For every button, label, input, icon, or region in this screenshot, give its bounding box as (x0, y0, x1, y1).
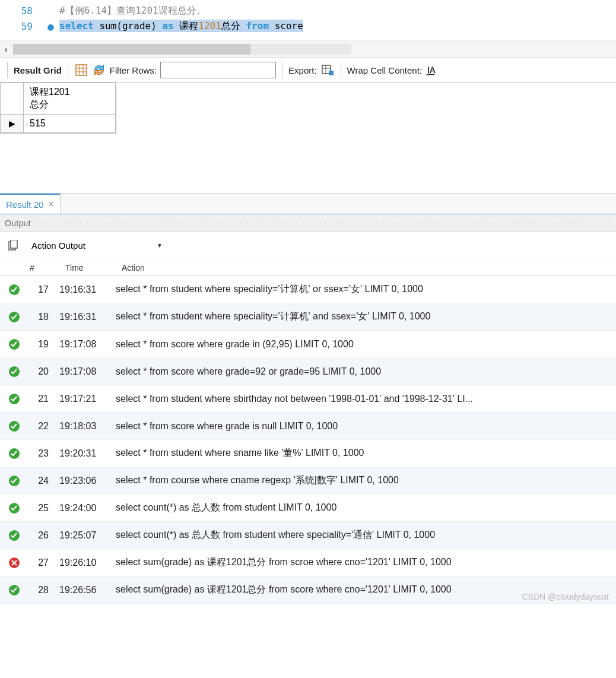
wrap-cell-icon[interactable]: I̲A̲ (426, 63, 440, 77)
log-num: 21 (24, 394, 59, 404)
log-action: select * from student where sname like '… (116, 447, 616, 460)
result-grid-label: Result Grid (14, 65, 62, 75)
log-action: select * from score where grade=92 or gr… (116, 366, 616, 377)
success-icon (5, 420, 24, 432)
result-toolbar: Result Grid Filter Rows: Export: Wrap Ce… (0, 58, 616, 83)
result-cell[interactable]: 515 (24, 115, 116, 134)
tab-label: Result 20 (6, 199, 43, 210)
svg-text:I̲A̲: I̲A̲ (426, 65, 436, 75)
log-action: select * from score where grade is null … (116, 421, 616, 432)
log-action: select count(*) as 总人数 from student LIMI… (116, 502, 616, 514)
error-icon (5, 557, 24, 569)
filter-rows-label: Filter Rows: (110, 65, 157, 75)
export-label: Export: (288, 65, 317, 75)
output-panel-header: Output · · · · · · · · · · · · · · · · ·… (0, 214, 616, 232)
success-icon (5, 448, 24, 460)
log-time: 19:24:00 (59, 503, 116, 514)
watermark: CSDN @cloudydayscat (522, 592, 609, 601)
log-num: 17 (24, 284, 59, 295)
log-time: 19:26:56 (59, 585, 116, 595)
filter-rows-input[interactable] (160, 62, 276, 78)
log-row[interactable]: 1819:16:31select * from student where sp… (0, 303, 616, 331)
editor-scrollbar[interactable]: ‹ (0, 40, 616, 58)
row-handle[interactable]: ▶ (0, 115, 24, 134)
code-text[interactable]: select sum(grade) as 课程1201总分 from score (59, 20, 616, 33)
tab-result[interactable]: Result 20 × (0, 194, 61, 214)
log-time: 19:20:31 (59, 448, 116, 459)
result-grid[interactable]: 课程1201 总分 ▶ 515 (0, 83, 116, 134)
result-tabs: Result 20 × (0, 193, 616, 214)
log-num: 28 (24, 585, 59, 595)
copy-icon[interactable] (6, 239, 20, 253)
log-num: 19 (24, 339, 59, 350)
log-row[interactable]: 2319:20:31select * from student where sn… (0, 440, 616, 467)
wrap-label: Wrap Cell Content: (347, 65, 422, 75)
sql-editor[interactable]: 58#【例6.14】查询1201课程总分。59●select sum(grade… (0, 0, 616, 40)
close-icon[interactable]: × (48, 199, 53, 210)
log-time: 19:18:03 (59, 421, 116, 432)
success-icon (5, 475, 24, 487)
log-num: 23 (24, 448, 59, 459)
log-row[interactable]: 2019:17:08select * from score where grad… (0, 358, 616, 385)
col-num: # (30, 263, 65, 273)
success-icon (5, 530, 24, 541)
log-num: 27 (24, 557, 59, 568)
log-num: 25 (24, 503, 59, 514)
log-time: 19:17:08 (59, 339, 116, 350)
line-number: 58 (0, 5, 47, 17)
success-icon (5, 338, 24, 350)
log-row[interactable]: 2119:17:21select * from student where sb… (0, 385, 616, 413)
column-header[interactable]: 课程1201 总分 (24, 83, 116, 115)
breakpoint-dot[interactable]: ● (47, 20, 59, 33)
scroll-track[interactable] (13, 44, 351, 55)
output-type-label: Action Output (31, 240, 85, 251)
refresh-icon[interactable] (92, 63, 106, 77)
log-action: select sum(grade) as 课程1201总分 from scroe… (116, 556, 616, 569)
code-line[interactable]: 59●select sum(grade) as 课程1201总分 from sc… (0, 18, 616, 34)
log-row[interactable]: 2219:18:03select * from score where grad… (0, 413, 616, 440)
log-action: select count(*) as 总人数 from student wher… (116, 529, 616, 541)
log-num: 22 (24, 421, 59, 432)
log-row[interactable]: 2719:26:10select sum(grade) as 课程1201总分 … (0, 549, 616, 576)
svg-rect-11 (11, 240, 17, 248)
code-line[interactable]: 58#【例6.14】查询1201课程总分。 (0, 3, 616, 18)
success-icon (5, 502, 24, 514)
grid-view-icon[interactable] (74, 63, 88, 77)
svg-rect-0 (76, 65, 87, 75)
log-action: select * from course where cname regexp … (116, 474, 616, 487)
chevron-down-icon: ▼ (157, 242, 163, 249)
log-num: 26 (24, 530, 59, 541)
success-icon (5, 311, 24, 323)
scroll-left-arrow[interactable]: ‹ (0, 40, 12, 58)
log-num: 20 (24, 366, 59, 377)
output-title: Output (5, 218, 31, 228)
log-row[interactable]: 2519:24:00select count(*) as 总人数 from st… (0, 495, 616, 522)
success-icon (5, 284, 24, 296)
log-row[interactable]: 1719:16:31select * from student where sp… (0, 276, 616, 303)
log-row[interactable]: 2619:25:07select count(*) as 总人数 from st… (0, 522, 616, 549)
scroll-thumb[interactable] (13, 44, 250, 55)
col-time: Time (65, 263, 122, 273)
log-header: # Time Action (0, 259, 616, 276)
col-action: Action (122, 263, 616, 273)
log-row[interactable]: 1919:17:08select * from score where grad… (0, 331, 616, 358)
export-icon[interactable] (320, 63, 335, 77)
log-row[interactable]: 2419:23:06select * from course where cna… (0, 467, 616, 495)
result-blank-area (0, 134, 616, 193)
log-action: select * from student where speciality='… (116, 283, 616, 296)
output-type-select[interactable]: Action Output ▼ (26, 238, 168, 253)
log-time: 19:23:06 (59, 476, 116, 486)
log-time: 19:17:21 (59, 394, 116, 404)
log-num: 24 (24, 476, 59, 486)
log-action: select * from student where speciality='… (116, 311, 616, 323)
row-handle-header[interactable] (0, 83, 24, 115)
success-icon (5, 584, 24, 596)
log-action: select * from student where sbirthday no… (116, 394, 616, 404)
code-text[interactable]: #【例6.14】查询1201课程总分。 (59, 5, 616, 17)
svg-rect-8 (329, 71, 334, 75)
success-icon (5, 366, 24, 378)
log-time: 19:16:31 (59, 312, 116, 322)
dotted-separator: · · · · · · · · · · · · · · · · · · · · … (36, 220, 611, 226)
log-time: 19:26:10 (59, 557, 116, 568)
action-output-list[interactable]: 1719:16:31select * from student where sp… (0, 276, 616, 604)
